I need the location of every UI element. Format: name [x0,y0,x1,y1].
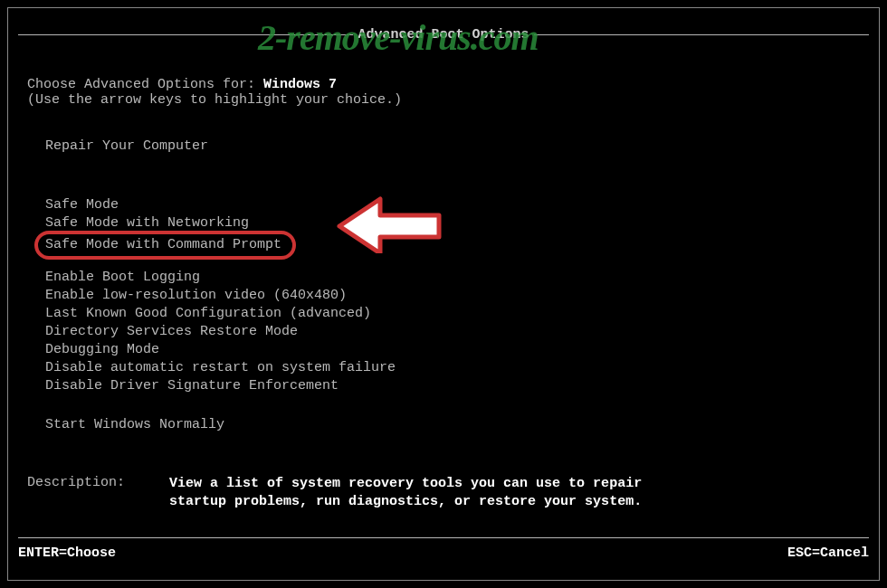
option-low-resolution[interactable]: Enable low-resolution video (640x480) [45,287,396,305]
section-safe-modes: Safe Mode Safe Mode with Networking Safe… [45,196,296,260]
section-start-normally: Start Windows Normally [45,416,224,434]
description-text: View a list of system recovery tools you… [169,475,642,511]
option-debugging-mode[interactable]: Debugging Mode [45,341,396,359]
intro-hint: (Use the arrow keys to highlight your ch… [27,92,402,108]
footer-divider [18,537,869,538]
footer-enter-hint: ENTER=Choose [18,545,116,561]
option-repair-computer[interactable]: Repair Your Computer [45,138,208,156]
description-block: Description: View a list of system recov… [27,475,642,511]
description-line1: View a list of system recovery tools you… [169,476,642,491]
footer-esc-hint: ESC=Cancel [787,545,869,561]
option-boot-logging[interactable]: Enable Boot Logging [45,269,396,287]
footer-bar: ENTER=Choose ESC=Cancel [18,537,869,561]
section-repair: Repair Your Computer [45,138,208,156]
option-disable-auto-restart[interactable]: Disable automatic restart on system fail… [45,359,396,377]
intro-prefix: Choose Advanced Options for: [27,77,263,92]
intro-block: Choose Advanced Options for: Windows 7 (… [27,77,402,108]
option-safe-mode-networking[interactable]: Safe Mode with Networking [45,214,296,232]
intro-os-name: Windows 7 [263,77,337,92]
section-advanced-options: Enable Boot Logging Enable low-resolutio… [45,269,396,395]
option-directory-services-restore[interactable]: Directory Services Restore Mode [45,323,396,341]
option-last-known-good[interactable]: Last Known Good Configuration (advanced) [45,305,396,323]
description-line2: startup problems, run diagnostics, or re… [169,494,642,509]
header-divider-right [534,34,869,35]
option-start-windows-normally[interactable]: Start Windows Normally [45,416,224,434]
option-safe-mode-command-prompt[interactable]: Safe Mode with Command Prompt [34,231,296,260]
description-label: Description: [27,475,125,490]
option-disable-driver-signature[interactable]: Disable Driver Signature Enforcement [45,377,396,395]
option-safe-mode[interactable]: Safe Mode [45,196,296,214]
pointer-arrow-icon [330,190,448,258]
